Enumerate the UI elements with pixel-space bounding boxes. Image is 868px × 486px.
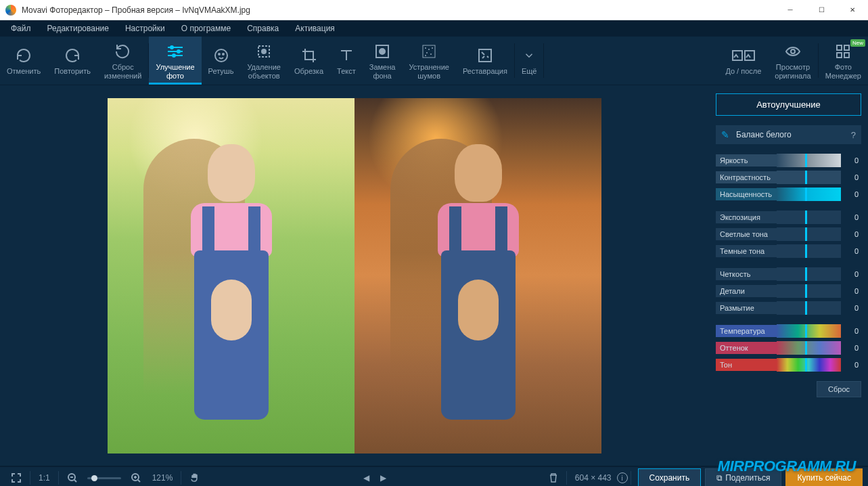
canvas-area[interactable] — [0, 85, 709, 466]
sliders-icon — [166, 42, 184, 61]
image-after — [355, 98, 601, 454]
window-title: Movavi Фоторедактор – Пробная версия – I… — [22, 5, 775, 15]
undo-icon — [16, 46, 32, 65]
remove-objects-button[interactable]: Удаление объектов — [240, 37, 288, 85]
white-balance-row[interactable]: ✎ Баланс белого ? — [716, 125, 861, 144]
minimize-button[interactable]: ─ — [775, 0, 806, 20]
menu-help[interactable]: Справка — [239, 22, 287, 35]
svg-point-16 — [432, 47, 433, 49]
window-titlebar: Movavi Фоторедактор – Пробная версия – I… — [0, 0, 868, 20]
saturation-slider[interactable]: Насыщенность0 — [716, 187, 861, 201]
new-badge: New — [850, 39, 865, 47]
svg-point-23 — [791, 49, 795, 53]
undo-button[interactable]: Отменить — [0, 37, 47, 85]
close-button[interactable]: ✕ — [837, 0, 868, 20]
svg-point-10 — [262, 49, 266, 53]
svg-point-18 — [430, 53, 432, 55]
shadows-slider[interactable]: Темные тона0 — [716, 244, 861, 258]
compare-icon — [732, 46, 755, 65]
view-original-button[interactable]: Просмотр оригинала — [768, 37, 817, 85]
text-icon — [338, 46, 355, 65]
brightness-slider[interactable]: Яркость0 — [716, 154, 861, 167]
tint-slider[interactable]: Оттенок0 — [716, 341, 861, 355]
svg-point-7 — [219, 53, 220, 55]
zoom-in-button[interactable] — [125, 472, 147, 483]
erase-icon — [256, 42, 272, 61]
main-area: Автоулучшение ✎ Баланс белого ? Яркость0… — [0, 85, 868, 466]
noise-icon — [421, 42, 437, 61]
reset-changes-button[interactable]: Сброс изменений — [97, 37, 148, 85]
svg-rect-22 — [745, 51, 754, 60]
hand-tool-button[interactable] — [184, 472, 206, 483]
image-before — [108, 98, 355, 454]
svg-rect-20 — [479, 49, 491, 62]
svg-rect-13 — [423, 45, 435, 58]
before-after-button[interactable]: До / после — [718, 37, 768, 85]
maximize-button[interactable]: ☐ — [806, 0, 837, 20]
dimensions-label: 604 × 443 — [570, 473, 617, 483]
info-button[interactable]: i — [617, 472, 628, 483]
delete-button[interactable] — [543, 472, 564, 483]
temperature-slider[interactable]: Температура0 — [716, 324, 861, 338]
image-comparison — [108, 98, 601, 454]
details-slider[interactable]: Детали0 — [716, 284, 861, 298]
zoom-value: 121% — [147, 473, 179, 483]
hue-slider[interactable]: Тон0 — [716, 358, 861, 372]
help-icon[interactable]: ? — [851, 130, 856, 140]
photo-manager-button[interactable]: New Фото Менеджер — [819, 37, 868, 85]
next-button[interactable]: ▶ — [375, 473, 392, 483]
more-button[interactable]: Ещё — [515, 37, 544, 85]
face-icon — [213, 46, 229, 65]
svg-rect-26 — [837, 53, 842, 58]
svg-point-15 — [428, 49, 430, 50]
background-button[interactable]: Замена фона — [363, 37, 403, 85]
menu-settings[interactable]: Настройки — [117, 22, 173, 35]
bottom-bar: 1:1 121% ◀ ▶ 604 × 443 i Сохранить ⧉Поде… — [0, 466, 868, 486]
restore-icon — [477, 46, 493, 65]
text-button[interactable]: Текст — [330, 37, 363, 85]
menubar: Файл Редактирование Настройки О программ… — [0, 20, 868, 37]
share-button[interactable]: ⧉Поделиться — [705, 468, 781, 486]
prev-button[interactable]: ◀ — [358, 473, 375, 483]
menu-file[interactable]: Файл — [3, 22, 39, 35]
svg-rect-25 — [844, 45, 849, 50]
svg-point-6 — [215, 49, 227, 62]
menu-activation[interactable]: Активация — [287, 22, 343, 35]
reset-sliders-button[interactable]: Сброс — [817, 381, 861, 397]
svg-point-5 — [173, 54, 175, 57]
redo-button[interactable]: Повторить — [47, 37, 97, 85]
svg-rect-27 — [844, 53, 849, 58]
crop-icon — [301, 46, 317, 65]
crop-button[interactable]: Обрезка — [288, 37, 330, 85]
retouch-button[interactable]: Ретушь — [202, 37, 241, 85]
enhance-button[interactable]: Улучшение фото — [149, 37, 201, 85]
menu-edit[interactable]: Редактирование — [39, 22, 117, 35]
exposure-slider[interactable]: Экспозиция0 — [716, 211, 861, 224]
svg-point-19 — [425, 55, 426, 56]
eyedropper-icon: ✎ — [721, 129, 729, 140]
noise-button[interactable]: Устранение шумов — [402, 37, 456, 85]
adjust-panel: Автоулучшение ✎ Баланс белого ? Яркость0… — [709, 85, 868, 466]
fit-button[interactable]: 1:1 — [33, 473, 55, 483]
restore-button[interactable]: Реставрация — [456, 37, 514, 85]
svg-point-17 — [426, 52, 428, 53]
menu-about[interactable]: О программе — [173, 22, 239, 35]
grid-icon — [836, 42, 850, 61]
svg-point-12 — [380, 49, 385, 54]
zoom-out-button[interactable] — [62, 472, 83, 483]
blur-slider[interactable]: Размытие0 — [716, 301, 861, 315]
save-button[interactable]: Сохранить — [638, 468, 702, 486]
auto-enhance-button[interactable]: Автоулучшение — [716, 93, 861, 116]
contrast-slider[interactable]: Контрастность0 — [716, 171, 861, 184]
svg-point-14 — [425, 47, 426, 49]
reset-icon — [115, 42, 131, 61]
sharpness-slider[interactable]: Четкость0 — [716, 267, 861, 281]
buy-button[interactable]: Купить сейчас — [785, 468, 863, 486]
eye-icon — [785, 42, 801, 61]
zoom-slider[interactable] — [87, 477, 121, 479]
highlights-slider[interactable]: Светлые тона0 — [716, 227, 861, 241]
svg-point-4 — [177, 50, 180, 53]
svg-point-8 — [223, 53, 224, 55]
chevron-down-icon — [523, 46, 535, 65]
fullscreen-button[interactable] — [5, 472, 27, 483]
